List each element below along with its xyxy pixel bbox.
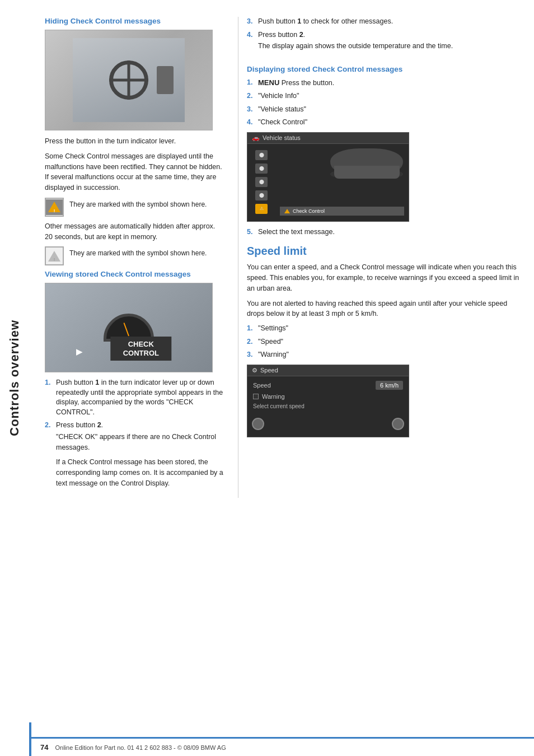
displaying-step-2: 2. "Vehicle Info": [247, 91, 523, 101]
warning-triangle-filled: !: [45, 198, 64, 217]
dashboard-image: ▶ CHECKCONTROL: [45, 283, 212, 372]
sp-warning-row: Warning: [253, 393, 403, 400]
vs-cc-text: Check Control: [293, 208, 325, 214]
speed-step-1: 1. "Settings": [247, 324, 523, 334]
displaying-section-title: Displaying stored Check Control messages: [247, 65, 523, 73]
vs-body: ⬤ ⬤ ⬤ ⬤ ⚠: [247, 144, 409, 220]
car-icon: 🚗: [252, 134, 260, 142]
check-control-image: ▶ CHECKCONTROL: [45, 283, 213, 372]
displaying-steps-list: 1. MENU Press the button. 2. "Vehicle In…: [247, 78, 523, 128]
viewing-steps-list: 1. Push button 1 in the turn indicator l…: [45, 378, 224, 493]
sp-header-label: Speed: [260, 367, 278, 374]
hiding-body2: Some Check Control messages are displaye…: [45, 151, 224, 193]
sp-checkbox[interactable]: [253, 394, 259, 399]
sidebar: Controls overview: [0, 0, 29, 756]
hiding-section-title: Hiding Check Control messages: [45, 17, 224, 25]
check-control-text: CHECKCONTROL: [123, 340, 159, 357]
step-4: 4. Press button 2. The display again sho…: [247, 30, 523, 56]
car-silhouette: [330, 148, 403, 185]
displaying-step-3: 3. "Vehicle status": [247, 105, 523, 115]
step5-text: Select the text message.: [258, 227, 335, 237]
symbol-row-2: ! They are marked with the symbol shown …: [45, 246, 224, 265]
speed-limit-body2: You are not alerted to having reached th…: [247, 298, 523, 320]
continued-steps-list: 3. Push button 1 to check for other mess…: [247, 17, 523, 56]
symbol1-text: They are marked with the symbol shown he…: [69, 198, 207, 209]
sp-select-row: Select current speed: [253, 403, 403, 409]
viewing-step-1: 1. Push button 1 in the turn indicator l…: [45, 378, 224, 417]
footer: 74 Online Edition for Part no. 01 41 2 6…: [29, 737, 534, 756]
hiding-image: [45, 30, 213, 130]
vs-icon-4: ⬤: [255, 190, 268, 200]
vs-icons-panel: ⬤ ⬤ ⬤ ⬤ ⚠: [247, 144, 275, 220]
footer-text: Online Edition for Part no. 01 41 2 602 …: [55, 744, 226, 751]
left-column: Hiding Check Control messages Press the …: [45, 17, 235, 498]
speed-limit-body1: You can enter a speed, and a Check Contr…: [247, 262, 523, 293]
vs-icon-3: ⬤: [255, 177, 268, 187]
hiding-body1: Press the button in the turn indicator l…: [45, 136, 224, 147]
step2-sub2: If a Check Control message has been stor…: [56, 457, 224, 488]
steering-wheel-image: [45, 30, 212, 130]
symbol2-text: They are marked with the symbol shown he…: [69, 246, 207, 258]
check-control-display-label: CHECKCONTROL: [110, 337, 171, 361]
step-5: 5. Select the text message.: [247, 227, 523, 237]
arrow-indicator: ▶: [76, 347, 82, 356]
vs-check-control-label: Check Control: [280, 207, 404, 216]
hiding-body3: Other messages are automatically hidden …: [45, 221, 224, 242]
speed-step-3: 3. "Warning": [247, 350, 523, 360]
speed-step-2: 2. "Speed": [247, 337, 523, 347]
viewing-step-2: 2. Press button 2. "CHECK OK" appears if…: [45, 421, 224, 493]
sp-speed-label: Speed: [253, 382, 271, 389]
sp-knob-left[interactable]: [252, 418, 264, 430]
displaying-step-1: 1. MENU Press the button.: [247, 78, 523, 88]
step2-sub1: "CHECK OK" appears if there are no Check…: [56, 432, 224, 453]
car-interior-image: [73, 38, 185, 122]
vs-icon-5: ⚠: [255, 204, 268, 214]
vs-car-area: Check Control: [275, 144, 409, 220]
vs-icon-1: ⬤: [255, 150, 268, 160]
right-column: 3. Push button 1 to check for other mess…: [241, 17, 523, 498]
sidebar-label: Controls overview: [7, 320, 22, 436]
sp-speed-row: Speed 6 km/h: [253, 381, 403, 390]
continued-steps: 3. Push button 1 to check for other mess…: [247, 17, 523, 56]
sp-body: Speed 6 km/h Warning Select current spee…: [247, 376, 409, 414]
sp-warning-label: Warning: [262, 393, 285, 400]
speed-screen: ⚙ Speed Speed 6 km/h Warning Select curr…: [247, 365, 409, 437]
sp-knob-right[interactable]: [392, 418, 404, 430]
main-content: Hiding Check Control messages Press the …: [34, 0, 534, 509]
displaying-step-4: 4. "Check Control": [247, 118, 523, 128]
vs-icon-2: ⬤: [255, 164, 268, 174]
lever: [157, 66, 174, 94]
symbol-row-1: ! They are marked with the symbol shown …: [45, 198, 224, 217]
vehicle-status-screen: 🚗 Vehicle status ⬤ ⬤ ⬤ ⬤ ⚠: [247, 132, 409, 222]
step-3: 3. Push button 1 to check for other mess…: [247, 17, 523, 27]
settings-icon: ⚙: [252, 367, 257, 374]
speed-limit-title: Speed limit: [247, 245, 523, 258]
sp-select-label: Select current speed: [253, 403, 305, 409]
sp-speed-value: 6 km/h: [376, 381, 403, 390]
vs-header-label: Vehicle status: [263, 134, 301, 141]
viewing-section-title: Viewing stored Check Control messages: [45, 270, 224, 278]
sp-header: ⚙ Speed: [247, 365, 409, 376]
speedometer-needle: [124, 323, 129, 336]
column-divider: [238, 17, 238, 498]
vs-warning-triangle: [284, 209, 290, 213]
vs-header: 🚗 Vehicle status: [247, 133, 409, 144]
step5-list: 5. Select the text message.: [247, 227, 523, 237]
page-number: 74: [40, 743, 48, 752]
warning-triangle-outline: !: [45, 246, 64, 265]
speed-limit-steps: 1. "Settings" 2. "Speed" 3. "Warning": [247, 324, 523, 360]
step4-sub: The display again shows the outside temp…: [258, 41, 523, 52]
steering-wheel: [109, 60, 148, 100]
